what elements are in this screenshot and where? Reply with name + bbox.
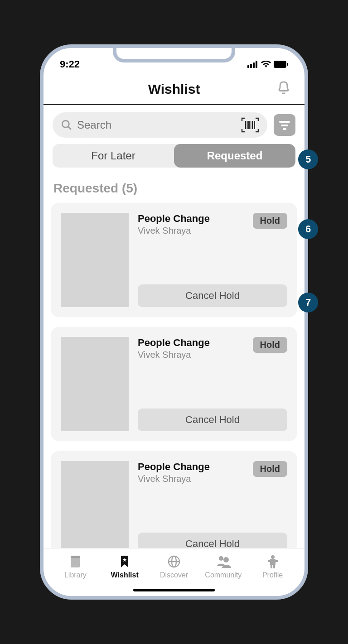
home-indicator[interactable] <box>133 589 215 591</box>
person-icon <box>267 555 279 568</box>
phone-frame: 9:22 Wishlist <box>40 44 308 600</box>
notifications-button[interactable] <box>276 80 291 97</box>
barcode-scan-icon[interactable] <box>241 117 259 133</box>
svg-rect-8 <box>245 121 246 129</box>
bookmark-icon <box>119 555 130 568</box>
status-badge: Hold <box>253 337 287 353</box>
tab-for-later[interactable]: For Later <box>53 144 174 168</box>
tab-label: Wishlist <box>111 571 139 579</box>
signal-icon <box>247 61 258 68</box>
library-icon <box>69 555 82 568</box>
bell-icon <box>276 80 291 96</box>
book-author: Vivek Shraya <box>138 350 210 360</box>
svg-line-7 <box>68 126 71 130</box>
annotation-callout-7: 7 <box>298 293 318 312</box>
svg-rect-18 <box>71 556 80 558</box>
status-badge: Hold <box>253 461 287 477</box>
status-badge: Hold <box>253 213 287 229</box>
card-body: People Change Vivek Shraya Hold Cancel H… <box>138 213 287 307</box>
battery-icon <box>274 61 288 68</box>
svg-rect-1 <box>250 64 252 68</box>
svg-rect-26 <box>270 559 276 565</box>
tab-community[interactable]: Community <box>198 554 248 579</box>
book-title: People Change <box>138 461 210 473</box>
app-header: Wishlist <box>44 73 304 105</box>
svg-point-25 <box>271 555 275 559</box>
filter-icon <box>278 120 291 130</box>
tab-library[interactable]: Library <box>51 554 100 579</box>
tab-discover[interactable]: Discover <box>150 554 199 579</box>
card-body: People Change Vivek Shraya Hold Cancel H… <box>138 337 287 431</box>
book-cover[interactable] <box>61 337 129 431</box>
status-icons <box>247 61 288 68</box>
requested-list[interactable]: People Change Vivek Shraya Hold Cancel H… <box>44 203 304 574</box>
card-body: People Change Vivek Shraya Hold Cancel H… <box>138 461 287 555</box>
list-item[interactable]: People Change Vivek Shraya Hold Cancel H… <box>51 327 297 441</box>
tab-label: Discover <box>160 571 188 579</box>
filter-button[interactable] <box>274 114 295 136</box>
book-cover[interactable] <box>61 213 129 307</box>
search-icon <box>61 119 72 131</box>
book-title: People Change <box>138 213 210 225</box>
svg-rect-15 <box>281 125 288 126</box>
svg-rect-13 <box>254 121 255 129</box>
book-title: People Change <box>138 337 210 349</box>
svg-rect-27 <box>268 560 270 562</box>
svg-point-6 <box>62 120 69 127</box>
svg-rect-10 <box>248 121 250 129</box>
page-title: Wishlist <box>148 82 200 97</box>
device-notch <box>113 44 235 62</box>
search-row <box>44 105 304 142</box>
svg-rect-4 <box>274 61 286 68</box>
book-author: Vivek Shraya <box>138 474 210 484</box>
annotation-callout-5: 5 <box>298 149 318 169</box>
tab-label: Profile <box>262 571 283 579</box>
annotation-callout-6: 6 <box>298 219 318 239</box>
svg-rect-3 <box>256 61 257 68</box>
svg-point-23 <box>219 556 223 561</box>
svg-rect-14 <box>279 121 290 123</box>
section-title: Requested (5) <box>44 173 304 203</box>
svg-rect-30 <box>273 565 275 568</box>
cancel-hold-button[interactable]: Cancel Hold <box>138 409 287 431</box>
people-icon <box>216 555 231 568</box>
search-input[interactable] <box>77 119 237 131</box>
book-author: Vivek Shraya <box>138 226 210 236</box>
cancel-hold-button[interactable]: Cancel Hold <box>138 284 287 307</box>
svg-rect-5 <box>287 63 288 66</box>
svg-rect-12 <box>252 121 253 129</box>
tab-wishlist[interactable]: Wishlist <box>100 554 150 579</box>
svg-rect-0 <box>247 65 249 68</box>
tab-profile[interactable]: Profile <box>248 554 297 579</box>
svg-rect-2 <box>253 62 255 68</box>
svg-rect-16 <box>283 128 286 130</box>
svg-point-24 <box>223 557 229 562</box>
svg-rect-29 <box>271 565 272 568</box>
status-time: 9:22 <box>60 58 80 70</box>
segmented-control: For Later Requested <box>53 144 295 168</box>
svg-rect-28 <box>276 560 278 562</box>
svg-rect-9 <box>247 121 248 129</box>
svg-rect-11 <box>251 121 251 129</box>
wifi-icon <box>261 61 271 68</box>
globe-icon <box>167 555 181 568</box>
search-box[interactable] <box>53 112 267 138</box>
tab-requested[interactable]: Requested <box>174 144 295 168</box>
list-item[interactable]: People Change Vivek Shraya Hold Cancel H… <box>51 203 297 317</box>
tab-label: Community <box>205 571 242 579</box>
tab-label: Library <box>64 571 87 579</box>
book-cover[interactable] <box>61 461 129 555</box>
